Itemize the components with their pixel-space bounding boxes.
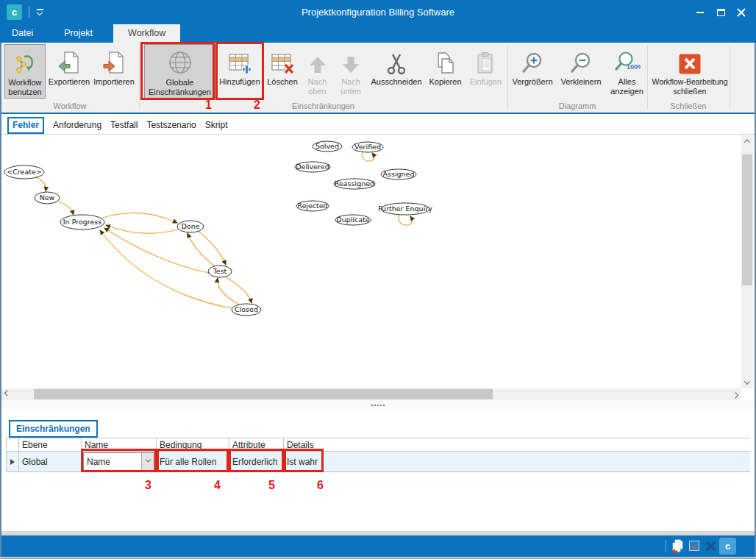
pane-splitter[interactable] <box>1 400 755 410</box>
workflow-edge <box>104 228 209 273</box>
ribbon-button-ausschneiden[interactable]: Ausschneiden <box>368 44 424 99</box>
tab-projekt[interactable]: Projekt <box>54 24 103 43</box>
tab-datei[interactable]: Datei <box>1 24 43 43</box>
scroll-up-button[interactable] <box>741 135 753 147</box>
ribbon-button-workflow-benutzen[interactable]: Workflow benutzen <box>4 44 46 99</box>
minimize-icon <box>696 12 704 13</box>
tab-workflow[interactable]: Workflow <box>113 24 180 43</box>
statusbar: c <box>0 535 756 557</box>
workflow-node-in-progress[interactable]: In Progress <box>60 215 104 229</box>
workflow-use-icon <box>14 45 36 76</box>
workflow-edge <box>188 233 215 266</box>
workflow-diagram-canvas[interactable]: <Create>NewIn ProgressDoneTestClosedSolv… <box>1 135 741 388</box>
svg-text:Further Enquiry: Further Enquiry <box>378 204 432 213</box>
cell-bedingung[interactable]: Für alle Rollen <box>157 452 229 471</box>
workflow-node-delivered[interactable]: Delivered <box>295 162 330 172</box>
annotation-number-3: 3 <box>145 479 151 492</box>
svg-text:In Progress: In Progress <box>63 218 101 226</box>
row-selector-icon <box>10 459 15 465</box>
header-name[interactable]: Name <box>82 438 157 451</box>
name-dropdown[interactable]: Name <box>83 452 154 471</box>
minimize-button[interactable] <box>690 0 710 24</box>
vertical-scrollbar-thumb[interactable] <box>742 154 752 285</box>
scroll-right-button[interactable] <box>730 388 741 400</box>
workflow-node-reassigned[interactable]: Reassigned <box>334 179 375 189</box>
globe-icon <box>167 45 193 76</box>
header-attribute[interactable]: Attribute <box>229 438 284 451</box>
arrow-up-icon <box>307 44 328 75</box>
ribbon-button-exportieren[interactable]: Exportieren <box>47 44 91 99</box>
workflow-node-rejected[interactable]: Rejected <box>296 201 329 211</box>
svg-text:Closed: Closed <box>235 305 258 313</box>
close-status-icon[interactable] <box>705 541 716 555</box>
workflow-node-test[interactable]: Test <box>208 266 232 277</box>
vertical-scrollbar[interactable] <box>741 135 753 388</box>
row-selector[interactable] <box>6 452 19 471</box>
workflow-node-create[interactable]: <Create> <box>4 165 44 179</box>
cell-details[interactable]: Ist wahr <box>284 452 750 471</box>
clipboard-icon <box>476 44 496 75</box>
cell-ebene[interactable]: Global <box>19 452 82 471</box>
ribbon-button-importieren[interactable]: Importieren <box>91 44 137 99</box>
statusbar-separator <box>666 540 666 552</box>
cell-name[interactable]: Name <box>82 452 157 471</box>
chevron-down-icon <box>145 457 150 463</box>
workflow-edge <box>362 152 374 161</box>
svg-text:Reassigned: Reassigned <box>335 179 374 188</box>
zoom-fit-icon: 100% <box>614 44 641 75</box>
workflow-node-assigned[interactable]: Assigned <box>381 169 416 179</box>
close-button[interactable] <box>731 0 752 24</box>
header-bedingung[interactable]: Bedingung <box>157 438 229 451</box>
doc-tab-testfall[interactable]: Testfall <box>110 120 138 130</box>
scroll-left-button[interactable] <box>1 388 13 400</box>
workflow-node-solved[interactable]: Solved <box>313 141 342 152</box>
cell-attribute[interactable]: Erforderlich <box>229 452 284 471</box>
workflow-node-verified[interactable]: Verified <box>352 142 383 152</box>
app-logo-status-icon[interactable]: c <box>719 538 736 555</box>
ribbon-button-alles-anzeigen[interactable]: 100% Alles anzeigen <box>606 44 648 99</box>
svg-text:Done: Done <box>182 222 200 230</box>
ribbon-button-globale-einschraenkungen[interactable]: Globale Einschränkungen <box>144 44 215 99</box>
scroll-down-button[interactable] <box>741 377 753 388</box>
annotation-number-6: 6 <box>317 479 324 492</box>
name-dropdown-button[interactable] <box>141 453 154 470</box>
ribbon-button-verkleinern[interactable]: Verkleinern <box>557 44 605 99</box>
header-ebene[interactable]: Ebene <box>19 438 82 451</box>
svg-text:Verified: Verified <box>354 143 381 151</box>
tab-einschraenkungen[interactable]: Einschränkungen <box>9 420 98 438</box>
maximize-button[interactable] <box>710 0 731 24</box>
annotation-number-2: 2 <box>254 99 260 112</box>
arrow-down-icon <box>340 44 361 75</box>
table-row[interactable]: Global Name Für alle Rollen Erforderlich… <box>6 451 750 472</box>
header-details[interactable]: Details <box>284 438 750 451</box>
workflow-node-closed[interactable]: Closed <box>232 304 261 316</box>
group-separator <box>507 46 508 109</box>
ribbon-button-hinzufuegen[interactable]: Hinzufügen <box>216 44 263 99</box>
workflow-node-further-enquiry[interactable]: Further Enquiry <box>378 203 432 215</box>
horizontal-scrollbar-thumb[interactable] <box>34 389 493 399</box>
workflow-edge <box>225 277 252 303</box>
documents-status-icon[interactable] <box>671 539 685 556</box>
ribbon-button-loeschen[interactable]: Löschen <box>265 44 300 99</box>
horizontal-scrollbar[interactable] <box>1 388 741 400</box>
ribbon-button-kopieren[interactable]: Kopieren <box>425 44 466 99</box>
doc-tab-testszenario[interactable]: Testszenario <box>146 120 196 130</box>
window-title: Projektkonfiguration Billing Software <box>0 7 756 18</box>
svg-text:New: New <box>40 193 55 202</box>
ribbon-button-vergroessern[interactable]: Vergrößern <box>509 44 556 99</box>
workflow-node-done[interactable]: Done <box>177 221 204 232</box>
doc-tab-anforderung[interactable]: Anforderung <box>53 120 101 130</box>
svg-text:<Create>: <Create> <box>7 168 42 176</box>
svg-text:Assigned: Assigned <box>383 170 415 178</box>
workflow-node-duplicate[interactable]: Duplicate <box>335 215 371 225</box>
doc-tab-skript[interactable]: Skript <box>205 120 228 130</box>
doc-tab-fehler[interactable]: Fehler <box>7 117 44 134</box>
annotation-number-4: 4 <box>214 479 221 492</box>
ribbon-group-schliessen: Schließen <box>647 102 730 110</box>
selection-frame-status-icon[interactable] <box>689 541 699 551</box>
workflow-edge <box>103 213 177 223</box>
splitter-grip-icon <box>371 405 385 406</box>
ribbon-button-workflow-bearbeitung-schliessen[interactable]: Workflow-Bearbeitung schließen <box>649 44 731 99</box>
workflow-node-new[interactable]: New <box>35 192 60 204</box>
import-icon <box>102 44 126 75</box>
